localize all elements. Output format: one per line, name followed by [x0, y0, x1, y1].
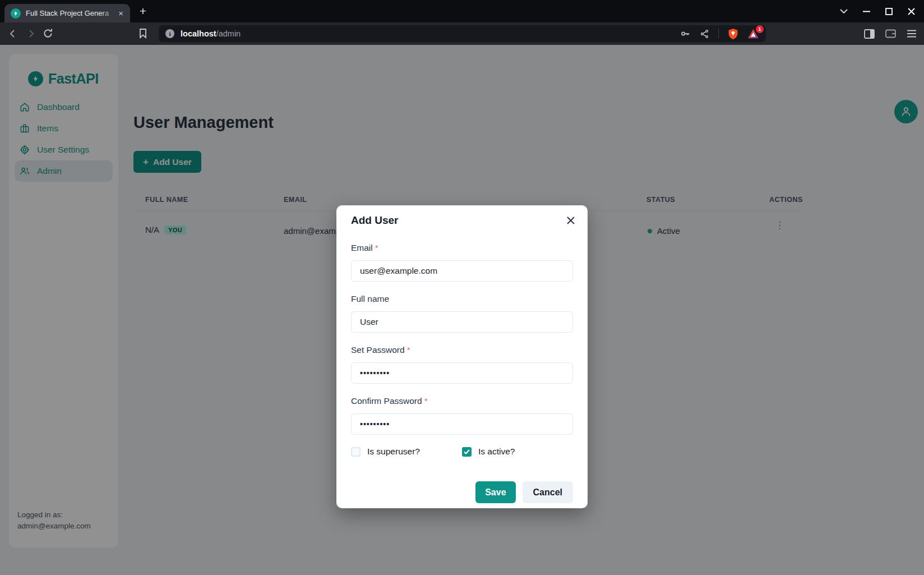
- required-marker: *: [424, 396, 428, 406]
- brave-rewards-icon[interactable]: 1: [747, 29, 759, 39]
- browser-tab-bar: Full Stack Project Genera × +: [0, 0, 924, 22]
- fastapi-favicon-icon: [11, 8, 21, 19]
- add-user-modal: Add User Email* Full name Set Password* …: [336, 205, 588, 508]
- wallet-icon[interactable]: [885, 29, 896, 38]
- window-maximize-button[interactable]: [885, 8, 893, 15]
- rewards-badge: 1: [756, 25, 764, 33]
- set-password-label: Set Password*: [351, 345, 573, 355]
- menu-hamburger-icon[interactable]: [907, 30, 917, 38]
- modal-title: Add User: [351, 214, 573, 227]
- email-field[interactable]: [351, 260, 573, 282]
- url-host: localhost: [181, 29, 216, 38]
- sidebar-toggle-icon[interactable]: [864, 29, 875, 39]
- tab-close-icon[interactable]: ×: [116, 8, 126, 19]
- toolbar-divider: [718, 29, 719, 39]
- brave-shield-icon[interactable]: [728, 28, 738, 40]
- modal-close-button[interactable]: [563, 213, 578, 228]
- page-content: FastAPI Dashboard Items User Settings: [0, 45, 924, 575]
- reload-icon[interactable]: [43, 28, 53, 39]
- required-marker: *: [407, 345, 410, 355]
- bookmark-icon[interactable]: [138, 28, 147, 39]
- set-password-field[interactable]: [351, 362, 573, 384]
- checkbox-unchecked-icon[interactable]: [351, 447, 361, 457]
- required-marker: *: [375, 243, 378, 252]
- confirm-password-field[interactable]: [351, 413, 573, 435]
- site-info-icon[interactable]: i: [165, 29, 174, 38]
- cancel-button[interactable]: Cancel: [523, 481, 573, 503]
- password-key-icon[interactable]: [680, 28, 691, 39]
- browser-toolbar: i localhost/admin 1: [0, 22, 924, 45]
- full-name-label: Full name: [351, 294, 573, 304]
- back-icon[interactable]: [8, 29, 18, 39]
- is-superuser-checkbox[interactable]: Is superuser?: [351, 447, 462, 457]
- is-active-label: Is active?: [478, 447, 515, 457]
- window-close-button[interactable]: [908, 8, 915, 15]
- email-label: Email*: [351, 243, 573, 253]
- save-button[interactable]: Save: [475, 481, 515, 503]
- is-active-checkbox[interactable]: Is active?: [462, 447, 573, 457]
- confirm-password-label: Confirm Password*: [351, 396, 573, 406]
- is-superuser-label: Is superuser?: [367, 447, 420, 457]
- browser-tab[interactable]: Full Stack Project Genera ×: [4, 4, 130, 22]
- checkbox-checked-icon[interactable]: [462, 447, 472, 457]
- full-name-field[interactable]: [351, 311, 573, 333]
- url-path: /admin: [216, 29, 241, 38]
- tab-search-chevron-icon[interactable]: [840, 9, 848, 13]
- share-icon[interactable]: [700, 29, 709, 39]
- url-bar[interactable]: i localhost/admin 1: [159, 25, 766, 42]
- window-minimize-button[interactable]: [863, 11, 870, 12]
- forward-icon[interactable]: [26, 29, 36, 39]
- new-tab-button[interactable]: +: [136, 4, 150, 18]
- tab-title: Full Stack Project Genera: [26, 9, 116, 17]
